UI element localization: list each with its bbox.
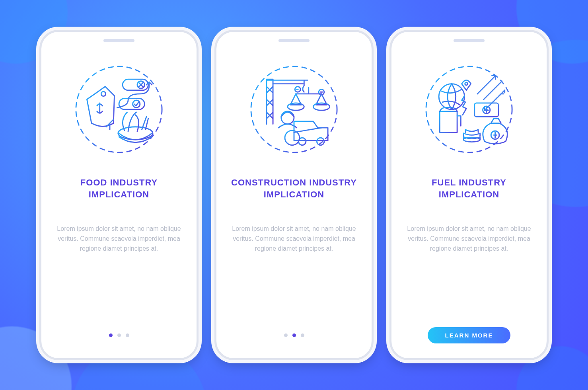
pagination-dots[interactable] (109, 333, 129, 337)
food-industry-icon: 2 1 (73, 64, 165, 155)
screen-title: FOOD INDUSTRY IMPLICATION (56, 177, 182, 200)
learn-more-button[interactable]: LEARN MORE (428, 327, 511, 343)
svg-point-18 (426, 66, 512, 152)
screen-footer (284, 326, 304, 344)
svg-point-14 (281, 111, 294, 124)
svg-text:2: 2 (127, 81, 131, 88)
screen-footer (109, 326, 129, 344)
phone-screen-2: CONSTRUCTION INDUSTRY IMPLICATION Lorem … (214, 30, 374, 360)
onboarding-stage: 2 1 FOOD INDUSTRY IMPLICATION Lorem ipsu… (0, 0, 588, 390)
svg-point-20 (465, 82, 468, 85)
svg-text:H: H (444, 117, 450, 127)
screen-description: Lorem ipsum dolor sit amet, no nam obliq… (406, 224, 532, 254)
screen-description: Lorem ipsum dolor sit amet, no nam obliq… (231, 224, 357, 254)
pagination-dots[interactable] (284, 333, 304, 337)
construction-industry-icon (248, 64, 340, 155)
screen-title: FUEL INDUSTRY IMPLICATION (406, 177, 532, 200)
dot-3[interactable] (301, 333, 304, 337)
svg-point-1 (101, 92, 106, 96)
phone-screen-3: H 2 (389, 30, 549, 360)
screen-title: CONSTRUCTION INDUSTRY IMPLICATION (231, 177, 357, 200)
svg-point-16 (317, 138, 324, 145)
svg-point-11 (313, 103, 329, 110)
dot-2[interactable] (117, 333, 121, 337)
fuel-industry-icon: H 2 (423, 64, 515, 155)
dot-2[interactable] (292, 333, 296, 337)
screen-description: Lorem ipsum dolor sit amet, no nam obliq… (56, 224, 182, 254)
screen-footer: LEARN MORE (428, 326, 511, 344)
svg-point-10 (288, 103, 304, 110)
dot-3[interactable] (126, 333, 129, 337)
phone-screen-1: 2 1 FOOD INDUSTRY IMPLICATION Lorem ipsu… (39, 30, 199, 360)
dot-1[interactable] (284, 333, 288, 337)
dot-1[interactable] (109, 333, 113, 337)
svg-text:2: 2 (450, 123, 453, 129)
svg-point-19 (439, 84, 464, 109)
svg-rect-6 (119, 98, 144, 109)
